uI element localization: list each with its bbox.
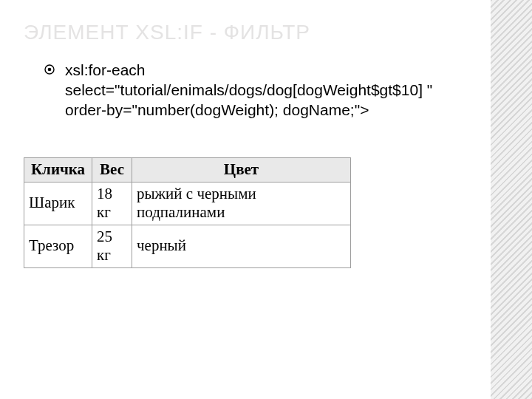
table-row: Трезор 25 кг черный <box>24 225 351 267</box>
bullet-item: xsl:for-each select="tutorial/enimals/do… <box>44 61 466 120</box>
slide: ЭЛЕМЕНТ XSL:IF - ФИЛЬТР xsl:for-each sel… <box>0 0 532 399</box>
cell-color: рыжий с черными подпалинами <box>132 182 351 225</box>
slide-title: ЭЛЕМЕНТ XSL:IF - ФИЛЬТР <box>24 21 532 44</box>
decorative-stripe <box>491 0 532 399</box>
col-header-color: Цвет <box>132 157 351 182</box>
col-header-weight: Вес <box>92 157 132 182</box>
bullet-marker-icon <box>44 64 55 75</box>
cell-weight: 18 кг <box>92 182 132 225</box>
col-header-name: Кличка <box>24 157 92 182</box>
data-table-wrap: Кличка Вес Цвет Шарик 18 кг рыжий с черн… <box>24 157 532 268</box>
cell-color: черный <box>132 225 351 267</box>
bullet-text: xsl:for-each select="tutorial/enimals/do… <box>65 61 449 120</box>
svg-point-1 <box>48 68 52 72</box>
dog-table: Кличка Вес Цвет Шарик 18 кг рыжий с черн… <box>24 157 351 268</box>
bullet-block: xsl:for-each select="tutorial/enimals/do… <box>24 61 532 120</box>
cell-name: Трезор <box>24 225 92 267</box>
cell-weight: 25 кг <box>92 225 132 267</box>
table-row: Шарик 18 кг рыжий с черными подпалинами <box>24 182 351 225</box>
cell-name: Шарик <box>24 182 92 225</box>
table-header-row: Кличка Вес Цвет <box>24 157 351 182</box>
